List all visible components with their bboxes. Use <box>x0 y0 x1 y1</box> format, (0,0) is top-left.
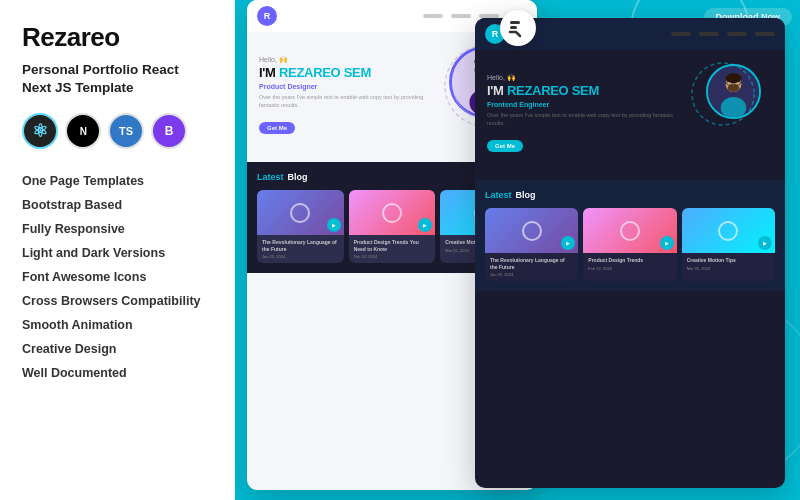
typescript-badge: TS <box>108 113 144 149</box>
dark-blog-img-3: ▶ <box>682 208 775 253</box>
feature-animation: Smooth Animation <box>22 313 213 337</box>
light-hero-role: Product Designer <box>259 83 437 90</box>
svg-rect-1 <box>510 26 517 29</box>
blog-body-1: The Revolutionary Language of the Future… <box>257 235 344 263</box>
blog-play-2: ▶ <box>418 218 432 232</box>
bootstrap-badge: B <box>151 113 187 149</box>
dark-blog-img-deco-2 <box>620 221 640 241</box>
blog-title-latest: Latest <box>257 172 284 182</box>
blog-play-1: ▶ <box>327 218 341 232</box>
right-area: Download Now R Hello, 🙌 I'M REZAREO SEM … <box>235 0 800 500</box>
dark-blog-title-blog: Blog <box>516 190 536 200</box>
blog-title-blog: Blog <box>288 172 308 182</box>
product-subtitle: Personal Portfolio ReactNext JS Template <box>22 61 213 97</box>
dark-blog-play-3: ▶ <box>758 236 772 250</box>
dark-preview-card: R Hello, 🙌 I'M REZAREO SEM Frontend Engi… <box>475 18 785 488</box>
svg-point-19 <box>692 63 754 125</box>
dark-blog-cards-row: ▶ The Revolutionary Language of the Futu… <box>485 208 775 281</box>
blog-img-deco-2 <box>382 203 402 223</box>
dark-blog-play-1: ▶ <box>561 236 575 250</box>
dark-hero-role: Frontend Engineer <box>487 101 685 108</box>
feature-bootstrap: Bootstrap Based <box>22 193 213 217</box>
dark-hero-desc: Over the years I've simple text to enabl… <box>487 112 685 127</box>
dark-card-hero: Hello, 🙌 I'M REZAREO SEM Frontend Engine… <box>475 50 785 180</box>
dark-hero-name: I'M REZAREO SEM <box>487 84 685 98</box>
dark-blog-date-1: Jan 20, 2024 <box>490 272 573 277</box>
dark-blog-body-3: Creative Motion Tips Mar 05, 2024 <box>682 253 775 275</box>
blog-title-2: Product Design Trends You Need to Know <box>354 239 431 252</box>
dark-card-blog: Latest Blog ▶ The Revolutionary Language… <box>475 180 785 291</box>
light-card-logo: R <box>257 6 277 26</box>
dark-blog-body-2: Product Design Trends Feb 12, 2024 <box>583 253 676 275</box>
svg-rect-0 <box>510 21 520 24</box>
dark-hero-name-accent: REZAREO SEM <box>507 83 599 98</box>
blog-card-1: ▶ The Revolutionary Language of the Futu… <box>257 190 344 263</box>
next-badge: N <box>65 113 101 149</box>
feature-documented: Well Documented <box>22 361 213 385</box>
product-title: Rezareo <box>22 22 213 53</box>
logo-mark <box>500 10 536 46</box>
dark-blog-card-1: ▶ The Revolutionary Language of the Futu… <box>485 208 578 281</box>
blog-body-2: Product Design Trends You Need to Know F… <box>349 235 436 263</box>
dark-blog-title-latest: Latest <box>485 190 512 200</box>
blog-date-2: Feb 12, 2024 <box>354 254 431 259</box>
feature-design: Creative Design <box>22 337 213 361</box>
features-list: One Page Templates Bootstrap Based Fully… <box>22 169 213 385</box>
dark-blog-play-2: ▶ <box>660 236 674 250</box>
hero-name-accent: REZAREO SEM <box>279 65 371 80</box>
blog-img-1: ▶ <box>257 190 344 235</box>
dark-hero-avatar <box>693 64 773 119</box>
light-hero-text: Hello, 🙌 I'M REZAREO SEM Product Designe… <box>259 46 437 134</box>
blog-img-deco-1 <box>290 203 310 223</box>
blog-img-2: ▶ <box>349 190 436 235</box>
feature-responsive: Fully Responsive <box>22 217 213 241</box>
dark-nav-dot-4 <box>755 32 775 36</box>
dark-hero-text: Hello, 🙌 I'M REZAREO SEM Frontend Engine… <box>487 64 685 152</box>
nav-dot-1 <box>423 14 443 18</box>
feature-one-page: One Page Templates <box>22 169 213 193</box>
nav-dot-2 <box>451 14 471 18</box>
dark-blog-title-3: Creative Motion Tips <box>687 257 770 264</box>
dark-nav-dot-2 <box>699 32 719 36</box>
feature-light-dark: Light and Dark Versions <box>22 241 213 265</box>
light-hero-name: I'M REZAREO SEM <box>259 66 437 80</box>
dark-blog-img-deco-1 <box>522 221 542 241</box>
dark-blog-title-1: The Revolutionary Language of the Future <box>490 257 573 270</box>
light-hero-hello: Hello, 🙌 <box>259 56 437 64</box>
react-badge: ⚛ <box>22 113 58 149</box>
dark-blog-title-2: Product Design Trends <box>588 257 671 264</box>
dark-blog-card-2: ▶ Product Design Trends Feb 12, 2024 <box>583 208 676 281</box>
dark-blog-img-1: ▶ <box>485 208 578 253</box>
dark-blog-img-2: ▶ <box>583 208 676 253</box>
dark-blog-date-2: Feb 12, 2024 <box>588 266 671 271</box>
dark-blog-body-1: The Revolutionary Language of the Future… <box>485 253 578 281</box>
dark-card-nav-links <box>671 32 775 36</box>
light-hero-desc: Over the years I've simple text to enabl… <box>259 94 437 109</box>
tech-badges-row: ⚛ N TS B <box>22 113 213 149</box>
blog-date-1: Jan 20, 2024 <box>262 254 339 259</box>
dark-blog-card-3: ▶ Creative Motion Tips Mar 05, 2024 <box>682 208 775 281</box>
dark-hero-hello: Hello, 🙌 <box>487 74 685 82</box>
light-hero-btn[interactable]: Get Me <box>259 122 295 134</box>
feature-cross-browser: Cross Browsers Compatibility <box>22 289 213 313</box>
feature-font-awesome: Font Awesome Icons <box>22 265 213 289</box>
blog-card-2: ▶ Product Design Trends You Need to Know… <box>349 190 436 263</box>
left-panel: Rezareo Personal Portfolio ReactNext JS … <box>0 0 235 500</box>
dark-nav-dot-1 <box>671 32 691 36</box>
dark-blog-img-deco-3 <box>718 221 738 241</box>
dark-blog-date-3: Mar 05, 2024 <box>687 266 770 271</box>
dark-nav-dot-3 <box>727 32 747 36</box>
blog-title-1: The Revolutionary Language of the Future <box>262 239 339 252</box>
dark-hero-btn[interactable]: Get Me <box>487 140 523 152</box>
